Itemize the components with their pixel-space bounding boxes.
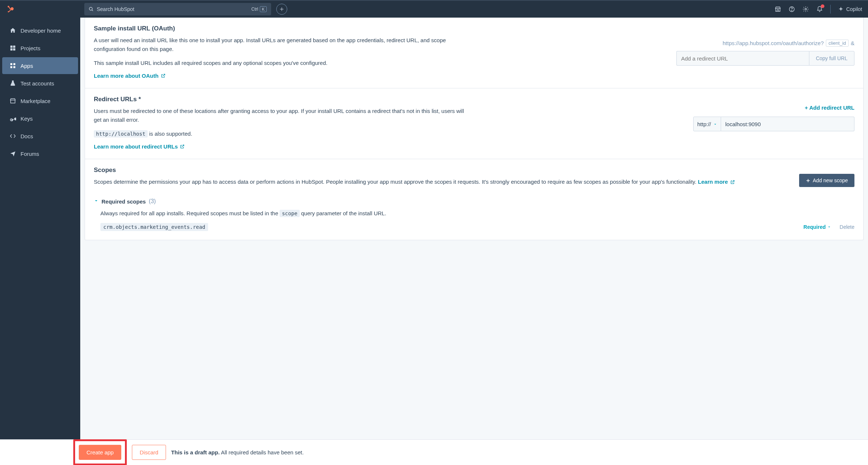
copilot-button[interactable]: Copilot [838,6,862,12]
redirect-learn-link[interactable]: Learn more about redirect URLs [94,143,185,150]
svg-rect-3 [8,6,11,10]
sidebar-item-label: Forums [21,151,39,157]
svg-rect-17 [14,63,15,65]
svg-rect-15 [13,48,15,51]
scopes-desc: Scopes determine the permissions your ap… [94,177,784,186]
svg-point-21 [11,120,12,120]
oauth-learn-link[interactable]: Learn more about OAuth [94,73,166,79]
ctrl-label: Ctrl [251,7,258,12]
sidebar-item-label: Apps [21,63,33,69]
redirect-url-value-input[interactable] [721,117,854,131]
ampersand: & [851,40,854,46]
scopes-learn-label: Learn more [698,177,728,186]
sidebar: Developer home Projects Apps Test accoun… [0,18,80,465]
content-area: Sample install URL (OAuth) A user will n… [80,18,868,465]
required-star: * [138,96,141,103]
k-key: K [260,6,267,12]
sidebar-item-developer-home[interactable]: Developer home [2,22,78,39]
svg-rect-18 [10,66,12,68]
redirect-learn-label: Learn more about redirect URLs [94,143,178,150]
discard-button[interactable]: Discard [132,445,166,460]
copy-full-url-button[interactable]: Copy full URL [809,51,854,66]
oauth-desc-1: A user will need an install URL like thi… [94,36,467,54]
required-scopes-note: Always required for all app installs. Re… [94,209,854,218]
svg-line-6 [92,10,93,11]
svg-point-5 [89,7,92,10]
search-shortcut: Ctrl K [251,6,267,12]
oauth-url-preview: https://app.hubspot.com/oauth/authorize?… [723,40,854,47]
sidebar-item-label: Developer home [21,28,61,34]
redirect-urls-section: Redirect URLs * Users must be redirected… [85,88,863,159]
scopes-section: Scopes Scopes determine the permissions … [85,159,863,240]
top-bar: Search HubSpot Ctrl K [0,0,868,18]
caret-down-icon [713,121,717,127]
redirect-title-text: Redirect URLs [94,96,137,103]
oauth-title: Sample install URL (OAuth) [94,25,467,32]
search-input[interactable]: Search HubSpot Ctrl K [84,3,271,15]
external-link-icon [180,144,185,149]
sidebar-item-keys[interactable]: Keys [2,110,78,127]
help-icon[interactable] [788,6,795,12]
chevron-down-icon[interactable] [94,198,99,205]
oauth-learn-label: Learn more about OAuth [94,73,159,79]
scope-required-dropdown[interactable]: Required [804,224,831,230]
sidebar-item-test-accounts[interactable]: Test accounts [2,75,78,92]
sidebar-item-label: Projects [21,45,40,51]
also-supported: is also supported. [148,131,192,137]
required-scopes-title: Required scopes [101,198,146,205]
scope-required-label: Required [804,224,826,230]
external-link-icon [161,73,166,78]
note-pre: Always required for all app installs. Re… [100,210,280,216]
redirect-url-input[interactable] [676,51,809,66]
sidebar-item-projects[interactable]: Projects [2,40,78,56]
svg-rect-19 [14,66,15,68]
settings-icon[interactable] [802,6,809,12]
scopes-learn-link[interactable]: Learn more [698,177,735,186]
sidebar-item-apps[interactable]: Apps [2,57,78,74]
footer-bar: Create app Discard This is a draft app. … [0,439,868,465]
notification-dot [821,4,824,8]
add-redirect-url-link[interactable]: + Add redirect URL [805,105,854,111]
copilot-label: Copilot [846,6,862,12]
svg-rect-4 [9,10,11,12]
protocol-value: http:// [697,121,711,127]
create-app-highlight: Create app [73,439,127,465]
sidebar-item-label: Marketplace [21,98,51,104]
required-scopes-count: (3) [149,198,156,205]
add-scope-label: Add new scope [813,177,848,183]
add-new-scope-button[interactable]: Add new scope [799,174,854,187]
scope-code: crm.objects.marketing_events.read [100,223,208,231]
svg-point-11 [805,8,807,10]
scope-delete-button[interactable]: Delete [840,224,854,230]
draft-status-text: This is a draft app. All required detail… [171,449,304,455]
client-id-placeholder: client_id [826,40,849,47]
sidebar-item-marketplace[interactable]: Marketplace [2,92,78,109]
protocol-select[interactable]: http:// [693,117,721,131]
sidebar-item-docs[interactable]: Docs [2,128,78,144]
svg-rect-16 [10,63,12,65]
redirect-localhost-note: http://localhost is also supported. [94,129,467,138]
create-app-button[interactable]: Create app [79,445,121,460]
redirect-title: Redirect URLs * [94,96,467,103]
scopes-title: Scopes [94,166,784,174]
oauth-section: Sample install URL (OAuth) A user will n… [85,18,863,88]
divider [830,5,831,14]
search-placeholder: Search HubSpot [97,6,251,12]
create-button[interactable] [276,4,287,15]
svg-rect-12 [10,45,12,48]
oauth-desc-2: This sample install URL includes all req… [94,59,467,67]
sidebar-item-label: Test accounts [21,80,54,87]
scope-row: crm.objects.marketing_events.read Requir… [94,223,854,231]
svg-point-10 [792,10,792,11]
scopes-desc-text: Scopes determine the permissions your ap… [94,179,698,185]
redirect-desc: Users must be redirected to one of these… [94,107,467,124]
draft-rest: All required details have been set. [220,449,304,455]
sidebar-item-label: Docs [21,133,33,139]
notifications-icon[interactable] [816,6,823,12]
required-scopes-header[interactable]: Required scopes (3) [94,198,854,205]
external-link-icon [730,180,735,184]
sidebar-item-forums[interactable]: Forums [2,145,78,162]
hubspot-logo[interactable] [6,5,15,14]
marketplace-icon[interactable] [775,6,781,12]
oauth-url-base: https://app.hubspot.com/oauth/authorize? [723,40,824,46]
